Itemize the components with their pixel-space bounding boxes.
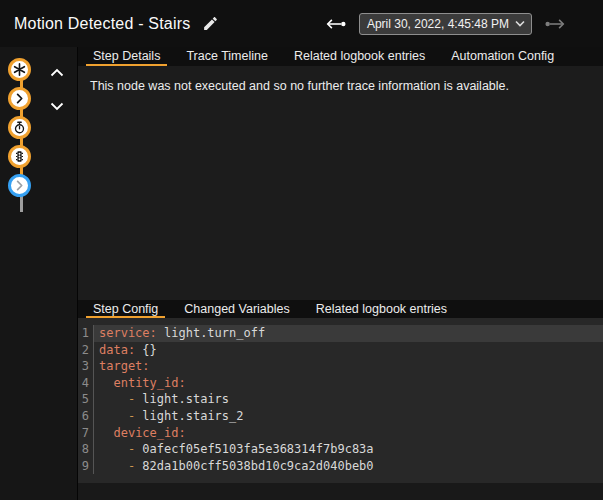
trace-path-nodes: [8, 58, 31, 197]
trace-path-sidebar: [0, 47, 78, 500]
line-number: 1: [78, 325, 94, 342]
chevron-down-icon: [515, 20, 525, 27]
line-number: 4: [78, 375, 94, 392]
tab-trace-timeline[interactable]: Trace Timeline: [179, 47, 275, 66]
trigger-node[interactable]: [8, 58, 31, 81]
code-line-7: 7 device_id:: [78, 425, 603, 442]
code-line-content: - light.stairs: [94, 391, 603, 408]
code-line-content: - 82da1b00cff5038bd10c9ca2d040beb0: [94, 458, 603, 475]
edit-name-button[interactable]: [199, 12, 222, 35]
line-number: 8: [78, 441, 94, 458]
tab-step-details[interactable]: Step Details: [86, 47, 167, 66]
tab-changed-variables[interactable]: Changed Variables: [177, 300, 296, 318]
tab-related-logbook-entries[interactable]: Related logbook entries: [309, 300, 454, 318]
code-line-content: device_id:: [94, 425, 603, 442]
code-line-3: 3target:: [78, 358, 603, 375]
code-line-1: 1service: light.turn_off: [78, 325, 603, 342]
page-title: Motion Detected - Stairs: [14, 15, 190, 33]
wait-node[interactable]: [8, 145, 31, 168]
code-line-content: service: light.turn_off: [94, 325, 603, 342]
trace-header: Motion Detected - Stairs April 30, 2022,…: [0, 0, 603, 47]
service-call-node[interactable]: [8, 174, 31, 197]
code-line-content: entity_id:: [94, 375, 603, 392]
chevron-down-icon: [50, 102, 64, 111]
automation-trace-window: Motion Detected - Stairs April 30, 2022,…: [0, 0, 603, 500]
line-number: 5: [78, 391, 94, 408]
tab-automation-config[interactable]: Automation Config: [444, 47, 561, 66]
yaml-code-viewer[interactable]: 1service: light.turn_off2data: {}3target…: [78, 318, 603, 483]
timer-icon: [12, 120, 27, 135]
code-line-content: - 0afecf05ef5103fa5e368314f7b9c83a: [94, 441, 603, 458]
line-number: 6: [78, 408, 94, 425]
code-line-4: 4 entity_id:: [78, 375, 603, 392]
chevron-right-icon: [12, 178, 27, 193]
trace-main-panel: Step DetailsTrace TimelineRelated logboo…: [78, 47, 603, 500]
traffic-light-icon: [12, 149, 27, 164]
run-navigation: April 30, 2022, 4:45:48 PM: [322, 13, 569, 35]
run-picker-value: April 30, 2022, 4:45:48 PM: [367, 17, 509, 31]
ray-arrow-left-icon: [325, 16, 347, 32]
condition-node[interactable]: [8, 87, 31, 110]
scroll-down-button[interactable]: [46, 95, 68, 117]
step-details-panel: This node was not executed and so no fur…: [78, 66, 603, 300]
code-line-content: target:: [94, 358, 603, 375]
ray-arrow-right-icon: [544, 16, 566, 32]
tab-related-logbook-entries[interactable]: Related logbook entries: [287, 47, 432, 66]
delay-node[interactable]: [8, 116, 31, 139]
line-number: 9: [78, 458, 94, 475]
tab-step-config[interactable]: Step Config: [86, 300, 165, 318]
previous-run-button[interactable]: [322, 13, 350, 35]
next-run-button[interactable]: [541, 13, 569, 35]
panel-bottom-spacer: [78, 483, 603, 500]
trace-tabs: Step DetailsTrace TimelineRelated logboo…: [78, 47, 603, 66]
chevron-up-icon: [50, 68, 64, 77]
code-line-content: data: {}: [94, 342, 603, 359]
scroll-up-button[interactable]: [46, 61, 68, 83]
chevron-right-icon: [12, 91, 27, 106]
run-picker-select[interactable]: April 30, 2022, 4:45:48 PM: [359, 13, 532, 35]
line-number: 7: [78, 425, 94, 442]
code-line-2: 2data: {}: [78, 342, 603, 359]
code-line-content: - light.stairs_2: [94, 408, 603, 425]
line-number: 3: [78, 358, 94, 375]
code-line-5: 5 - light.stairs: [78, 391, 603, 408]
code-line-6: 6 - light.stairs_2: [78, 408, 603, 425]
asterisk-icon: [12, 62, 27, 77]
code-line-8: 8 - 0afecf05ef5103fa5e368314f7b9c83a: [78, 441, 603, 458]
pencil-icon: [202, 15, 219, 32]
code-line-9: 9 - 82da1b00cff5038bd10c9ca2d040beb0: [78, 458, 603, 475]
not-executed-message: This node was not executed and so no fur…: [90, 79, 591, 93]
line-number: 2: [78, 342, 94, 359]
step-config-tabs: Step ConfigChanged VariablesRelated logb…: [78, 300, 603, 318]
